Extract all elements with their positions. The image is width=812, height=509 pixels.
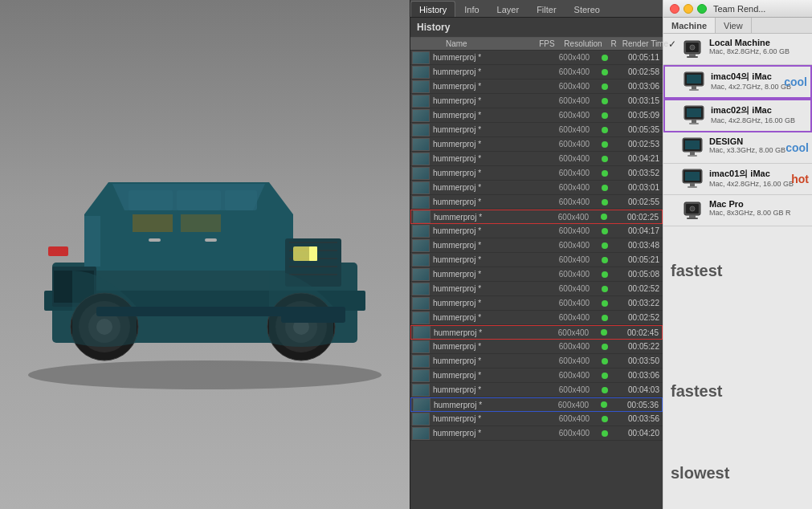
table-row[interactable]: hummerproj * 600x400 00:05:09 <box>410 108 663 123</box>
table-row[interactable]: hummerproj * 600x400 00:02:58 <box>410 65 663 79</box>
row-resolution: 600x400 <box>549 96 599 105</box>
table-row[interactable]: hummerproj * 600x400 00:03:56 <box>410 412 663 426</box>
row-resolution: 600x400 <box>549 111 599 120</box>
machine-name: Mac Pro <box>709 199 807 209</box>
row-time: 00:03:06 <box>610 82 663 91</box>
table-row[interactable]: hummerproj * 600x400 00:02:55 <box>410 195 663 210</box>
imac-icon <box>681 136 704 159</box>
history-table-body[interactable]: hummerproj * 600x400 00:05:11 hummerproj… <box>410 51 663 509</box>
tab-view[interactable]: View <box>716 18 752 33</box>
row-time: 00:05:36 <box>610 401 662 409</box>
table-row[interactable]: hummerproj * 600x400 00:04:17 <box>410 224 663 238</box>
hummer-render <box>12 86 398 423</box>
status-dot <box>602 416 608 422</box>
table-row[interactable]: hummerproj * 600x400 00:04:03 <box>410 383 663 397</box>
maximize-button[interactable] <box>697 4 707 14</box>
status-dot <box>602 257 608 263</box>
svg-rect-41 <box>689 89 699 91</box>
table-row[interactable]: hummerproj * 600x400 00:03:06 <box>410 79 663 94</box>
table-row[interactable]: hummerproj * 600x400 00:04:21 <box>410 152 663 166</box>
tab-history[interactable]: History <box>410 1 455 17</box>
row-name: hummerproj * <box>430 270 527 279</box>
row-name: hummerproj * <box>430 154 527 163</box>
table-row[interactable]: hummerproj * 600x400 00:05:36 <box>410 397 663 412</box>
row-r <box>599 356 610 366</box>
minimize-button[interactable] <box>683 4 693 14</box>
row-thumbnail <box>412 268 430 281</box>
status-dot <box>602 344 608 350</box>
table-row[interactable]: hummerproj * 600x400 00:05:11 <box>410 51 663 65</box>
table-row[interactable]: hummerproj * 600x400 00:02:53 <box>410 137 663 152</box>
row-resolution: 600x400 <box>549 313 599 322</box>
row-r <box>599 169 610 178</box>
row-thumbnail <box>412 153 430 165</box>
table-row[interactable]: hummerproj * 600x400 00:02:45 <box>410 325 663 340</box>
table-row[interactable]: hummerproj * 600x400 00:02:25 <box>410 210 663 224</box>
status-dot <box>602 112 608 119</box>
tab-info[interactable]: Info <box>455 1 488 17</box>
table-row[interactable]: hummerproj * 600x400 00:05:22 <box>410 340 663 354</box>
svg-rect-40 <box>692 86 696 89</box>
machine-icon <box>679 38 705 60</box>
row-time: 00:05:35 <box>610 125 663 134</box>
row-r <box>599 96 610 106</box>
machine-spec: Mac, 8x3GHz, 8.00 GB R <box>709 209 807 217</box>
status-dot <box>602 199 608 206</box>
hot-badge: hot <box>791 173 809 185</box>
machine-item[interactable]: imac01의 iMac Mac, 4x2.8GHz, 16.00 GB hot <box>663 164 812 195</box>
machine-item[interactable]: imac02의 iMac Mac, 4x2.8GHz, 16.00 GB <box>663 99 812 132</box>
row-time: 00:02:52 <box>610 284 663 293</box>
row-time: 00:03:50 <box>610 356 663 365</box>
svg-rect-31 <box>133 214 173 232</box>
row-resolution: 600x400 <box>549 241 599 250</box>
tab-machine[interactable]: Machine <box>663 18 716 33</box>
machine-item[interactable]: ✓ Local Machine Mac, 8x2.8GHz, 6.00 GB <box>663 34 812 65</box>
machine-icon <box>681 104 707 127</box>
table-row[interactable]: hummerproj * 600x400 00:05:35 <box>410 123 663 137</box>
row-r <box>599 385 610 395</box>
svg-rect-32 <box>181 214 221 232</box>
tab-stereo[interactable]: Stereo <box>565 1 609 17</box>
row-time: 00:03:56 <box>610 414 663 423</box>
row-r <box>598 212 610 222</box>
tab-layer[interactable]: Layer <box>488 1 528 17</box>
status-dot <box>601 214 607 220</box>
close-button[interactable] <box>670 4 679 14</box>
table-row[interactable]: hummerproj * 600x400 00:03:15 <box>410 94 663 108</box>
row-time: 00:02:45 <box>610 328 662 337</box>
svg-rect-16 <box>205 238 217 242</box>
machine-icon <box>679 168 705 190</box>
status-dot <box>602 242 608 249</box>
row-time: 00:02:55 <box>610 197 663 206</box>
row-thumbnail <box>412 340 430 353</box>
table-row[interactable]: hummerproj * 600x400 00:05:21 <box>410 253 663 267</box>
table-row[interactable]: hummerproj * 600x400 00:04:20 <box>410 426 663 441</box>
status-dot <box>602 286 608 292</box>
table-row[interactable]: hummerproj * 600x400 00:03:52 <box>410 166 663 181</box>
row-resolution: 600x400 <box>549 169 599 177</box>
row-time: 00:02:53 <box>610 140 663 149</box>
table-row[interactable]: hummerproj * 600x400 00:05:08 <box>410 267 663 282</box>
traffic-lights <box>670 4 707 14</box>
status-dot <box>602 156 608 162</box>
table-row[interactable]: hummerproj * 600x400 00:03:06 <box>410 369 663 383</box>
svg-rect-4 <box>225 190 257 210</box>
table-row[interactable]: hummerproj * 600x400 00:03:01 <box>410 181 663 195</box>
machine-item[interactable]: imac04의 iMac Mac, 4x2.7GHz, 8.00 GB cool <box>663 65 812 99</box>
table-row[interactable]: hummerproj * 600x400 00:03:50 <box>410 354 663 369</box>
table-row[interactable]: hummerproj * 600x400 00:02:52 <box>410 282 663 296</box>
table-row[interactable]: hummerproj * 600x400 00:02:52 <box>410 311 663 325</box>
row-thumbnail <box>412 355 430 368</box>
table-row[interactable]: hummerproj * 600x400 00:03:22 <box>410 296 663 311</box>
row-resolution: 600x400 <box>549 371 599 380</box>
table-row[interactable]: hummerproj * 600x400 00:03:48 <box>410 238 663 253</box>
svg-rect-35 <box>689 54 696 56</box>
svg-rect-42 <box>687 75 701 83</box>
row-resolution: 600x400 <box>549 414 599 423</box>
row-thumbnail <box>412 312 430 324</box>
row-thumbnail <box>413 326 430 339</box>
tab-filter[interactable]: Filter <box>528 1 565 17</box>
row-name: hummerproj * <box>430 313 527 322</box>
machine-item[interactable]: Mac Pro Mac, 8x3GHz, 8.00 GB R <box>663 195 812 226</box>
machine-item[interactable]: DESIGN Mac, x3.3GHz, 8.00 GB cool <box>663 132 812 164</box>
